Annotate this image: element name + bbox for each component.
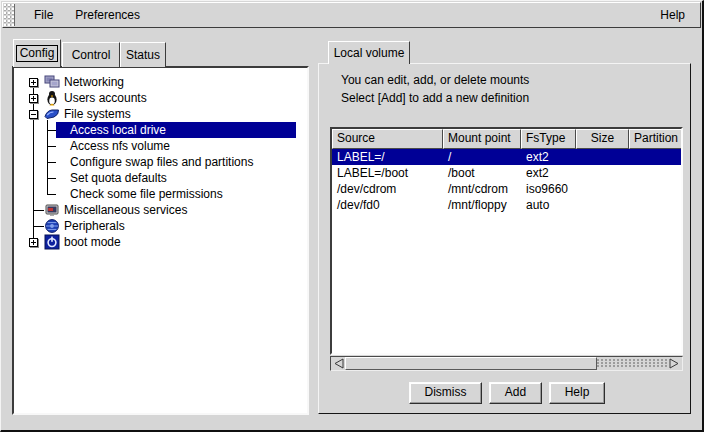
misc-services-icon — [44, 202, 60, 218]
table-cell — [576, 165, 629, 181]
mounts-table: SourceMount pointFsTypeSizePartition LAB… — [330, 127, 683, 355]
table-row[interactable]: /dev/fd0/mnt/floppyauto — [332, 197, 681, 213]
tab-config[interactable]: Config — [13, 39, 61, 67]
tab-local-volume-label: Local volume — [334, 46, 405, 60]
tree-item-miscellaneous-services[interactable]: Miscellaneous services — [64, 202, 187, 218]
table-cell — [576, 181, 629, 197]
column-header-size[interactable]: Size — [576, 129, 629, 149]
table-cell: /dev/cdrom — [332, 181, 443, 197]
table-cell: auto — [521, 197, 576, 213]
table-cell: iso9660 — [521, 181, 576, 197]
dismiss-button[interactable]: Dismiss — [409, 382, 482, 404]
tab-status-label: Status — [126, 48, 160, 62]
table-cell — [629, 181, 683, 197]
menubar: FilePreferencesHelp — [2, 2, 701, 28]
tree-expander-plus[interactable] — [29, 78, 38, 87]
tab-status[interactable]: Status — [120, 42, 166, 67]
linuxconf-window: FilePreferencesHelp ConfigControlStatus … — [0, 0, 704, 432]
table-row[interactable]: LABEL=/boot/bootext2 — [332, 165, 681, 181]
tree-connector-line — [47, 178, 56, 179]
tree-item-access-nfs-volume[interactable]: Access nfs volume — [70, 138, 170, 154]
table-cell: /mnt/floppy — [443, 197, 521, 213]
column-header-partition[interactable]: Partition — [629, 129, 683, 149]
config-tree: NetworkingUsers accountsFile systemsAcce… — [14, 72, 305, 257]
mounts-table-header: SourceMount pointFsTypeSizePartition — [332, 129, 681, 149]
tree-connector-line — [47, 146, 56, 147]
local-volume-panel: You can edit, add, or delete mounts Sele… — [318, 63, 691, 414]
menu-help[interactable]: Help — [649, 5, 696, 25]
instruction-line-1: You can edit, add, or delete mounts — [341, 73, 529, 87]
table-cell — [629, 197, 683, 213]
file-systems-icon — [44, 106, 60, 122]
tree-item-check-some-file-permissions[interactable]: Check some file permissions — [70, 186, 223, 202]
table-row[interactable]: /dev/cdrom/mnt/cdromiso9660 — [332, 181, 681, 197]
horizontal-scrollbar[interactable] — [330, 356, 683, 371]
config-tree-panel: NetworkingUsers accountsFile systemsAcce… — [12, 66, 309, 415]
table-cell: /boot — [443, 165, 521, 181]
table-cell: ext2 — [521, 149, 576, 165]
table-cell: LABEL=/boot — [332, 165, 443, 181]
tree-item-boot-mode[interactable]: boot mode — [64, 234, 121, 250]
column-header-mount-point[interactable]: Mount point — [443, 129, 521, 149]
column-header-source[interactable]: Source — [332, 129, 443, 149]
tree-item-file-systems[interactable]: File systems — [64, 106, 131, 122]
table-cell — [576, 197, 629, 213]
tree-connector-line — [33, 226, 44, 227]
table-cell: ext2 — [521, 165, 576, 181]
tree-connector-line — [47, 120, 48, 194]
networking-icon — [44, 74, 60, 90]
scrollbar-track[interactable] — [597, 359, 667, 368]
tree-expander-minus[interactable] — [29, 110, 38, 119]
tree-expander-plus[interactable] — [29, 238, 38, 247]
table-cell: /mnt/cdrom — [443, 181, 521, 197]
table-row[interactable]: LABEL=//ext2 — [332, 149, 681, 165]
tab-control-label: Control — [72, 48, 111, 62]
table-cell — [629, 149, 683, 165]
tab-local-volume[interactable]: Local volume — [328, 41, 410, 64]
column-header-fstype[interactable]: FsType — [521, 129, 576, 149]
scrollbar-thumb[interactable] — [345, 357, 597, 370]
table-cell — [576, 149, 629, 165]
tree-item-networking[interactable]: Networking — [64, 74, 124, 90]
tree-item-peripherals[interactable]: Peripherals — [64, 218, 125, 234]
scroll-right-icon[interactable] — [667, 357, 681, 370]
users-accounts-icon — [44, 90, 60, 106]
menu-preferences[interactable]: Preferences — [64, 5, 151, 25]
scroll-left-icon[interactable] — [332, 357, 346, 370]
mounts-table-body: LABEL=//ext2LABEL=/boot/bootext2/dev/cdr… — [332, 149, 681, 353]
help-button[interactable]: Help — [549, 382, 605, 404]
tree-item-configure-swap-files-and-partitions[interactable]: Configure swap files and partitions — [70, 154, 253, 170]
tab-control[interactable]: Control — [62, 42, 120, 67]
tree-item-set-quota-defaults[interactable]: Set quota defaults — [70, 170, 167, 186]
tree-connector-line — [47, 194, 56, 195]
instruction-line-2: Select [Add] to add a new definition — [341, 91, 529, 105]
tree-expander-plus[interactable] — [29, 94, 38, 103]
menu-file[interactable]: File — [23, 5, 64, 25]
tree-connector-line — [33, 82, 34, 242]
peripherals-icon — [44, 218, 60, 234]
tree-item-access-local-drive[interactable]: Access local drive — [70, 122, 166, 138]
table-cell: LABEL=/ — [332, 149, 443, 165]
menubar-grip-handle[interactable] — [4, 4, 15, 26]
tree-connector-line — [47, 130, 56, 131]
tree-connector-line — [33, 210, 44, 211]
tree-item-users-accounts[interactable]: Users accounts — [64, 90, 147, 106]
add-button[interactable]: Add — [489, 382, 542, 404]
boot-mode-icon — [44, 234, 60, 250]
tab-config-label: Config — [16, 45, 59, 62]
table-cell — [629, 165, 683, 181]
table-cell: /dev/fd0 — [332, 197, 443, 213]
tree-connector-line — [47, 162, 56, 163]
table-cell: / — [443, 149, 521, 165]
